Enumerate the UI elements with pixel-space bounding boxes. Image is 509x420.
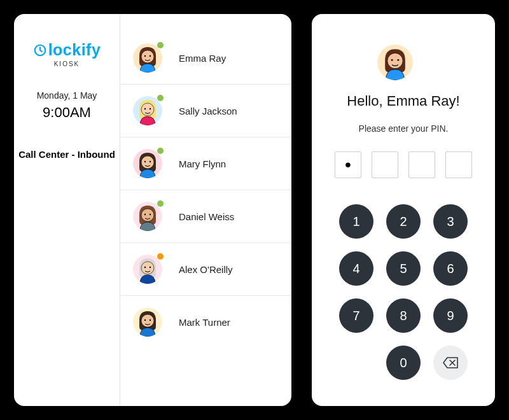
keypad-key-9[interactable]: 9 — [433, 298, 468, 333]
kiosk-member-list-screen: lockify KIOSK Monday, 1 May 9:00AM Call … — [6, 6, 299, 414]
svg-point-12 — [150, 161, 151, 162]
keypad-delete-button[interactable] — [433, 346, 468, 380]
kiosk-pin-screen: Hello, Emma Ray! Please enter your PIN. … — [304, 6, 503, 414]
member-row[interactable]: Sally Jackson — [120, 85, 291, 137]
member-name-label: Daniel Weiss — [179, 211, 234, 222]
member-list: Emma Ray Sally Jackson Mary Flynn Daniel… — [120, 14, 291, 406]
pin-instruction: Please enter your PIN. — [359, 123, 449, 134]
backspace-icon — [443, 357, 458, 368]
keypad-key-3[interactable]: 3 — [433, 204, 468, 239]
keypad-key-6[interactable]: 6 — [433, 251, 468, 286]
svg-point-3 — [144, 55, 146, 57]
sidebar: lockify KIOSK Monday, 1 May 9:00AM Call … — [14, 14, 120, 406]
keypad-key-4[interactable]: 4 — [339, 251, 373, 286]
avatar — [377, 45, 413, 80]
svg-point-23 — [144, 319, 146, 321]
member-name-label: Alex O'Reilly — [179, 264, 233, 275]
brand-name: lockify — [48, 41, 101, 59]
pin-input-row: • — [335, 151, 472, 178]
svg-point-15 — [144, 214, 146, 215]
member-name-label: Mark Turner — [179, 317, 230, 328]
svg-point-20 — [150, 267, 151, 268]
avatar — [133, 202, 162, 231]
pin-digit-box[interactable]: • — [335, 151, 361, 178]
avatar — [133, 149, 162, 178]
current-date: Monday, 1 May — [37, 90, 97, 101]
keypad-key-5[interactable]: 5 — [386, 251, 421, 286]
member-name-label: Mary Flynn — [179, 158, 226, 169]
svg-point-24 — [150, 319, 151, 321]
member-name-label: Sally Jackson — [179, 106, 237, 116]
pin-digit-box[interactable] — [445, 151, 472, 178]
svg-point-8 — [150, 108, 151, 109]
pin-keypad: 1234567890 — [337, 202, 470, 382]
avatar — [133, 255, 162, 284]
keypad-key-1[interactable]: 1 — [339, 204, 373, 239]
selected-member-avatar — [377, 45, 413, 80]
keypad-key-8[interactable]: 8 — [386, 298, 421, 333]
keypad-key-7[interactable]: 7 — [339, 298, 373, 333]
brand-subtitle: KIOSK — [54, 60, 80, 67]
status-dot — [157, 95, 164, 101]
avatar — [133, 96, 162, 125]
status-dot — [157, 253, 164, 260]
current-time: 9:00AM — [37, 104, 97, 121]
avatar — [133, 43, 162, 73]
member-row[interactable]: Mark Turner — [120, 296, 291, 348]
member-row[interactable]: Mary Flynn — [120, 137, 291, 190]
keypad-key-0[interactable]: 0 — [386, 346, 421, 380]
pin-digit-box[interactable] — [372, 151, 398, 178]
brand-logo: lockify KIOSK — [33, 41, 101, 67]
svg-point-4 — [150, 55, 151, 57]
department-name: Call Center - Inbound — [14, 149, 120, 160]
member-row[interactable]: Alex O'Reilly — [120, 243, 291, 296]
keypad-key-2[interactable]: 2 — [386, 204, 421, 239]
status-dot — [157, 200, 164, 207]
member-name-label: Emma Ray — [179, 53, 226, 64]
greeting-text: Hello, Emma Ray! — [347, 93, 459, 109]
status-dot — [157, 42, 164, 48]
status-dot — [157, 148, 164, 154]
svg-point-28 — [397, 59, 399, 61]
member-row[interactable]: Emma Ray — [120, 32, 291, 85]
datetime-block: Monday, 1 May 9:00AM — [37, 90, 97, 121]
svg-point-11 — [144, 161, 146, 162]
pin-digit-box[interactable] — [408, 151, 435, 178]
svg-point-27 — [391, 59, 393, 61]
clock-icon — [33, 43, 47, 57]
avatar — [133, 307, 162, 337]
svg-point-7 — [144, 108, 146, 109]
svg-point-16 — [150, 214, 151, 215]
member-row[interactable]: Daniel Weiss — [120, 190, 291, 243]
svg-point-19 — [144, 267, 146, 268]
